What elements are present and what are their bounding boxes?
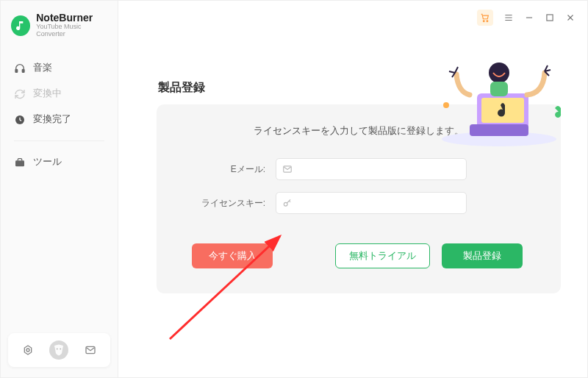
email-row: Eメール: [192, 158, 526, 180]
nav: 音楽 変換中 変換完了 ツール [1, 56, 118, 174]
nav-label: 音楽 [33, 62, 52, 74]
register-card: ライセンスキーを入力して製品版に登録します。 Eメール: ライセンスキー: 今す… [157, 104, 561, 293]
nav-label: ツール [33, 156, 62, 168]
svg-marker-4 [24, 346, 31, 354]
card-hint: ライセンスキーを入力して製品版に登録します。 [192, 125, 526, 138]
key-icon [282, 198, 293, 208]
license-row: ライセンスキー: [192, 192, 526, 214]
svg-point-20 [284, 202, 287, 206]
email-input-wrap[interactable] [276, 158, 467, 180]
license-input[interactable] [297, 198, 460, 208]
brand-name: NoteBurner [36, 13, 107, 24]
cart-icon[interactable] [477, 10, 493, 26]
svg-point-5 [26, 349, 29, 352]
clock-icon [14, 114, 26, 126]
trial-button[interactable]: 無料トライアル [335, 243, 430, 268]
nav-label: 変換完了 [33, 113, 71, 126]
email-input[interactable] [297, 164, 460, 174]
maximize-icon[interactable] [545, 13, 555, 23]
svg-rect-3 [15, 160, 24, 166]
refresh-icon [14, 88, 26, 100]
brand: NoteBurner YouTube Music Converter [1, 1, 118, 43]
buy-button[interactable]: 今すぐ購入 [192, 243, 273, 268]
svg-rect-1 [22, 69, 24, 72]
page-title: 製品登録 [158, 80, 561, 96]
close-icon[interactable] [565, 13, 576, 23]
mail-icon[interactable] [85, 344, 96, 356]
svg-rect-0 [15, 69, 18, 72]
license-input-wrap[interactable] [276, 192, 467, 214]
nav-separator [14, 140, 104, 141]
email-label: Eメール: [192, 163, 265, 176]
titlebar [118, 1, 587, 29]
svg-point-7 [60, 349, 62, 350]
menu-icon[interactable] [503, 13, 514, 23]
settings-icon[interactable] [22, 344, 34, 356]
toolbox-icon [14, 157, 26, 168]
brand-subtitle: YouTube Music Converter [36, 24, 107, 38]
svg-point-6 [57, 349, 58, 350]
svg-point-10 [487, 21, 488, 22]
content: 製品登録 ライセンスキーを入力して製品版に登録します。 Eメール: ライセンスキ… [118, 29, 587, 311]
svg-point-9 [483, 21, 484, 22]
brand-logo [11, 15, 30, 36]
sidebar-footer [8, 333, 110, 367]
nav-item-tools[interactable]: ツール [1, 150, 118, 174]
nav-item-converting: 変換中 [1, 82, 118, 106]
nav-label: 変換中 [33, 88, 62, 100]
actions: 今すぐ購入 無料トライアル 製品登録 [192, 243, 526, 268]
sidebar: NoteBurner YouTube Music Converter 音楽 変換… [1, 1, 118, 377]
svg-rect-11 [547, 15, 553, 21]
license-label: ライセンスキー: [192, 197, 265, 210]
register-button[interactable]: 製品登録 [442, 243, 523, 268]
headphones-icon [14, 63, 26, 74]
mail-outline-icon [282, 164, 293, 174]
minimize-icon[interactable] [524, 13, 534, 23]
main: 製品登録 ライセンスキーを入力して製品版に登録します。 Eメール: ライセンスキ… [118, 1, 587, 377]
nav-item-music[interactable]: 音楽 [1, 56, 118, 80]
avatar[interactable] [49, 340, 68, 360]
nav-item-completed[interactable]: 変換完了 [1, 107, 118, 132]
